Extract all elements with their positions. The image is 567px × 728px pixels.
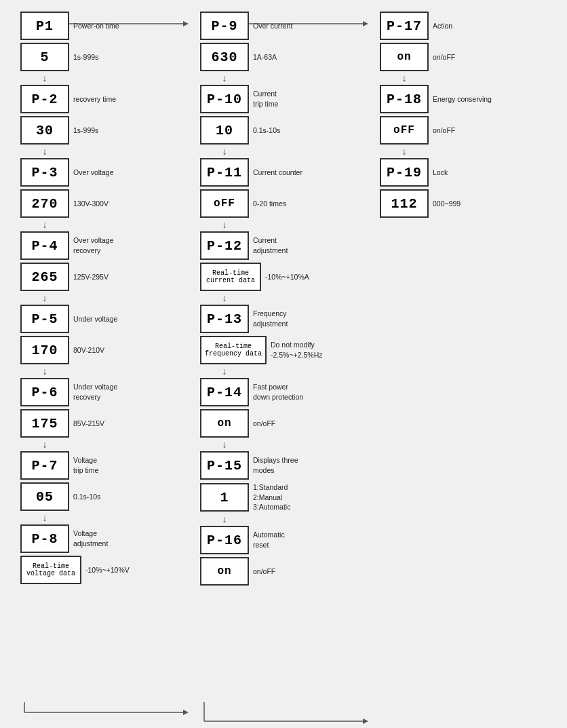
p2-label: recovery time [73, 94, 116, 104]
p9-range: 1A-63A [253, 52, 277, 62]
p15-value: 1 [200, 483, 249, 512]
p14-label: Fast powerdown protection [253, 382, 303, 402]
p16-value: on [200, 557, 249, 586]
param-row-p1: P1 Power-on time [20, 12, 119, 40]
p15-label: Displays threemodes [253, 455, 298, 475]
p19-value: 112 [380, 189, 429, 218]
p18-label: Energy conserving [433, 94, 492, 104]
param-row-p13: P-13 Frequencyadjustment [200, 305, 288, 333]
p1-value: 5 [20, 43, 69, 71]
p5-range: 80V-210V [73, 345, 104, 356]
arrow-p9: ↓ [200, 73, 249, 83]
param-row-p12: P-12 Currentadjustment [200, 231, 288, 260]
param-row-p2: P-2 recovery time [20, 85, 116, 113]
value-row-p9: 630 1A-63A [200, 43, 277, 71]
value-row-p19: 112 000~999 [380, 189, 461, 218]
arrow-p13: ↓ [200, 366, 249, 376]
arrow-p15: ↓ [200, 514, 249, 524]
value-row-p3: 270 130V-300V [20, 189, 109, 218]
p2-range: 1s-999s [73, 126, 98, 136]
param-row-p3: P-3 Over voltage [20, 158, 114, 187]
p11-label: Current counter [253, 168, 302, 178]
p5-label: Under voltage [73, 314, 117, 324]
p17-range: on/oFF [433, 52, 455, 62]
p19-box: P-19 [380, 158, 429, 187]
arrow-p4: ↓ [20, 293, 69, 303]
svg-marker-1 [183, 21, 189, 26]
arrow-p1: ↓ [20, 73, 69, 83]
param-row-p15: P-15 Displays threemodes [200, 451, 298, 480]
value-row-p10: 10 0.1s-10s [200, 116, 280, 145]
p10-value: 10 [200, 116, 249, 145]
p17-value: on [380, 43, 429, 71]
p13-box: P-13 [200, 305, 249, 333]
p9-label: Over current [253, 21, 292, 31]
p4-range: 125V-295V [73, 272, 109, 282]
p3-label: Over voltage [73, 168, 114, 178]
p13-range: Do not modify-2.5%~+2.5%Hz [271, 340, 322, 360]
arrow-p18: ↓ [380, 147, 429, 156]
p1-box: P1 [20, 12, 69, 40]
arrow-p10: ↓ [200, 147, 249, 156]
column-1: P1 Power-on time 5 1s-999s ↓ P-2 recover… [20, 10, 130, 586]
value-row-p2: 30 1s-999s [20, 116, 98, 145]
value-row-p18: oFF on/oFF [380, 116, 455, 145]
p16-label: Automaticreset [253, 530, 285, 550]
p4-value: 265 [20, 263, 69, 291]
p2-value: 30 [20, 116, 69, 145]
p13-label: Frequencyadjustment [253, 309, 288, 328]
p18-value: oFF [380, 116, 429, 145]
svg-marker-4 [183, 710, 189, 715]
param-row-p7: P-7 Voltagetrip time [20, 451, 98, 480]
p1-label: Power-on time [73, 21, 119, 31]
value-row-p5: 170 80V-210V [20, 336, 104, 364]
p3-value: 270 [20, 189, 69, 218]
p9-value: 630 [200, 43, 249, 71]
p19-range: 000~999 [433, 199, 461, 209]
svg-marker-9 [363, 719, 368, 724]
p4-box: P-4 [20, 231, 69, 260]
p16-range: on/oFF [253, 567, 275, 577]
svg-marker-6 [363, 21, 368, 26]
p16-box: P-16 [200, 526, 249, 554]
arrow-p6: ↓ [20, 440, 69, 449]
value-row-p11: oFF 0-20 times [200, 189, 286, 218]
p10-label: Currenttrip time [253, 89, 278, 109]
p18-box: P-18 [380, 85, 429, 113]
arrow-p5: ↓ [20, 366, 69, 376]
p12-box: P-12 [200, 231, 249, 260]
diagram-container: P1 Power-on time 5 1s-999s ↓ P-2 recover… [0, 0, 567, 27]
p5-value: 170 [20, 336, 69, 364]
value-row-p1: 5 1s-999s [20, 43, 98, 71]
p10-box: P-10 [200, 85, 249, 113]
p8-box: P-8 [20, 524, 69, 553]
value-row-p7: 05 0.1s-10s [20, 482, 100, 511]
value-row-p17: on on/oFF [380, 43, 455, 71]
column-2: P-9 Over current 630 1A-63A ↓ P-10 Curre… [200, 10, 322, 587]
p8-range: -10%~+10%V [85, 565, 130, 575]
p9-box: P-9 [200, 12, 249, 40]
arrow-p14: ↓ [200, 440, 249, 449]
value-row-p8: Real-timevoltage data -10%~+10%V [20, 556, 130, 584]
p14-value: on [200, 409, 249, 438]
p4-label: Over voltagerecovery [73, 235, 114, 255]
p7-range: 0.1s-10s [73, 492, 100, 502]
value-row-p16: on on/oFF [200, 557, 275, 586]
p6-box: P-6 [20, 378, 69, 406]
p7-label: Voltagetrip time [73, 455, 98, 475]
p6-range: 85V-215V [73, 419, 104, 429]
p5-box: P-5 [20, 305, 69, 333]
p11-range: 0-20 times [253, 199, 286, 209]
param-row-p10: P-10 Currenttrip time [200, 85, 278, 113]
p15-range: 1:Standard2:Manual3:Automatic [253, 482, 290, 512]
p12-value: Real-timecurrent data [200, 263, 261, 291]
value-row-p6: 175 85V-215V [20, 409, 104, 438]
p17-box: P-17 [380, 12, 429, 40]
p17-label: Action [433, 21, 452, 31]
param-row-p8: P-8 Voltageadjustment [20, 524, 108, 553]
param-row-p14: P-14 Fast powerdown protection [200, 378, 303, 406]
param-row-p5: P-5 Under voltage [20, 305, 117, 333]
param-row-p6: P-6 Under voltagerecovery [20, 378, 117, 406]
param-row-p11: P-11 Current counter [200, 158, 302, 187]
p8-label: Voltageadjustment [73, 529, 108, 548]
